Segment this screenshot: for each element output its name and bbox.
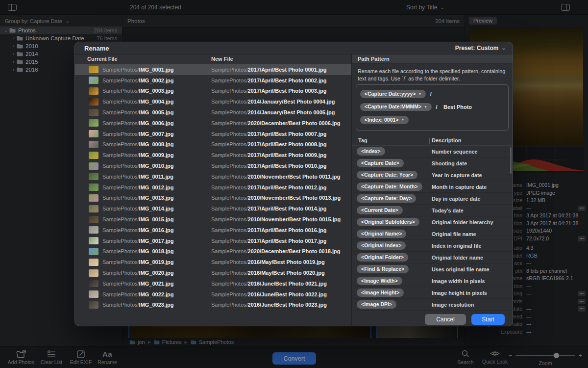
file-row[interactable]: SamplePhotos/IMG_0008.jpg SamplePhotos/2… [75,139,351,150]
tag-pill[interactable]: <Capture Date> [357,159,404,167]
new-path-prefix: SamplePhotos/ [211,248,248,254]
tag-row[interactable]: <Index> Number sequence [352,146,513,158]
new-file-path: 2016/June/Best Photo 0023.jpg [248,302,327,308]
file-row[interactable]: SamplePhotos/IMG_0001.jpg SamplePhotos/2… [75,64,351,75]
chevron-down-icon: ⌄ [501,46,507,51]
tag-pill[interactable]: <Image Height> [357,289,404,297]
tag-pill[interactable]: <Original Folder> [357,253,408,262]
preset-label: Preset: Custom [455,45,499,52]
current-path-prefix: SamplePhotos/ [102,99,139,105]
tag-row[interactable]: <Find & Replace> Uses original file name [352,263,513,275]
current-file-name: IMG_0018.jpg [139,248,174,254]
new-path-prefix: SamplePhotos/ [211,227,248,233]
new-path-prefix: SamplePhotos/ [211,291,248,297]
tag-pill[interactable]: <Capture Date: Month> [357,183,422,191]
file-row[interactable]: SamplePhotos/IMG_0003.jpg SamplePhotos/2… [75,86,351,97]
current-path-prefix: SamplePhotos/ [102,248,139,254]
tag-pill[interactable]: <Image Width> [357,277,402,285]
current-file-name: IMG_0009.jpg [139,152,174,158]
tag-description: Shooting date [432,160,467,166]
tag-row[interactable]: <Image Height> Image height in pixels [352,287,513,299]
file-row[interactable]: SamplePhotos/IMG_0015.jpg SamplePhotos/2… [75,214,351,225]
tag-row[interactable]: <Image DPI> Image resolution [352,299,513,311]
current-file-name: IMG_0004.jpg [139,99,174,105]
tag-row[interactable]: <Current Date> Today's date [352,205,513,216]
file-row[interactable]: SamplePhotos/IMG_0006.jpg SamplePhotos/2… [75,118,351,129]
current-file-name: IMG_0011.jpg [139,174,173,180]
file-row[interactable]: SamplePhotos/IMG_0016.jpg SamplePhotos/2… [75,225,351,236]
path-pattern-editor[interactable]: <Capture Date:yyyy>▼ / <Capture Date:MMM… [356,84,509,131]
file-thumbnail [89,269,98,277]
file-row[interactable]: SamplePhotos/IMG_0021.jpg SamplePhotos/2… [75,278,351,289]
token-dropdown-icon[interactable]: ▼ [418,92,421,96]
new-path-prefix: SamplePhotos/ [211,152,248,158]
tag-pill[interactable]: <Current Date> [357,206,403,214]
tag-pill[interactable]: <Index> [357,147,385,156]
file-row[interactable]: SamplePhotos/IMG_0007.jpg SamplePhotos/2… [75,129,351,139]
tag-row[interactable]: <Capture Date: Day> Day in capture date [352,193,513,205]
current-file-name: IMG_0023.jpg [139,302,174,308]
file-row[interactable]: SamplePhotos/IMG_0019.jpg SamplePhotos/2… [75,257,351,267]
tag-pill[interactable]: <Image DPI> [357,300,396,309]
file-thumbnail [89,216,98,223]
new-path-prefix: SamplePhotos/ [211,67,248,73]
token-dropdown-icon[interactable]: ▼ [401,118,404,122]
pattern-text: / [430,91,432,97]
start-button[interactable]: Start [471,314,505,325]
new-path-prefix: SamplePhotos/ [211,174,248,180]
tag-pill[interactable]: <Capture Date: Year> [357,171,417,179]
token-dropdown-icon[interactable]: ▼ [424,105,427,109]
tag-row[interactable]: <Original Folder> Original folder name [352,252,513,263]
file-row[interactable]: SamplePhotos/IMG_0011.jpg SamplePhotos/2… [75,171,351,182]
file-row[interactable]: SamplePhotos/IMG_0022.jpg SamplePhotos/2… [75,289,351,300]
tag-row[interactable]: <Original Name> Original file name [352,228,513,240]
file-row[interactable]: SamplePhotos/IMG_0018.jpg SamplePhotos/2… [75,246,351,257]
preset-dropdown[interactable]: Preset: Custom ⌄ [455,45,506,52]
new-path-prefix: SamplePhotos/ [211,206,248,211]
file-row[interactable]: SamplePhotos/IMG_0009.jpg SamplePhotos/2… [75,150,351,160]
new-file-path: 2017/April/Best Photo 0002.jpg [248,78,327,83]
tag-row[interactable]: <Image Width> Image width in pixels [352,275,513,287]
tag-pill[interactable]: <Find & Replace> [357,265,409,273]
tag-description: Original file name [432,231,476,237]
new-path-prefix: SamplePhotos/ [211,259,248,265]
file-thumbnail [89,141,98,148]
file-row[interactable]: SamplePhotos/IMG_0004.jpg SamplePhotos/2… [75,96,351,107]
pattern-token-pill[interactable]: <Capture Date:MMMM>▼ [360,103,432,111]
tag-row[interactable]: <Capture Date: Year> Year in capture dat… [352,169,513,181]
tag-row[interactable]: <Capture Date> Shooting date [352,158,513,169]
tag-row[interactable]: <Original Index> Index in original file [352,240,513,252]
new-path-prefix: SamplePhotos/ [211,238,248,244]
new-file-path: 2016/June/Best Photo 0021.jpg [248,281,327,287]
scrollbar[interactable] [510,147,512,174]
file-row[interactable]: SamplePhotos/IMG_0020.jpg SamplePhotos/2… [75,267,351,278]
file-thumbnail [89,205,98,212]
current-path-prefix: SamplePhotos/ [102,120,139,126]
file-row[interactable]: SamplePhotos/IMG_0010.jpg SamplePhotos/2… [75,160,351,171]
tag-pill[interactable]: <Original Subfolders> [357,218,419,226]
file-row[interactable]: SamplePhotos/IMG_0002.jpg SamplePhotos/2… [75,75,351,86]
file-row[interactable]: SamplePhotos/IMG_0005.jpg SamplePhotos/2… [75,107,351,118]
file-row[interactable]: SamplePhotos/IMG_0013.jpg SamplePhotos/2… [75,193,351,204]
tag-description: Image height in pixels [432,290,487,296]
tag-pill[interactable]: <Original Index> [357,241,406,250]
tag-row[interactable]: <Original Subfolders> Original folder hi… [352,216,513,228]
tag-pill[interactable]: <Original Name> [357,230,406,238]
tag-description: Image resolution [432,302,474,308]
new-path-prefix: SamplePhotos/ [211,120,248,126]
tag-row[interactable]: <Capture Date: Month> Month in capture d… [352,181,513,193]
current-file-name: IMG_0003.jpg [139,88,174,94]
current-path-prefix: SamplePhotos/ [102,88,139,94]
file-row[interactable]: SamplePhotos/IMG_0023.jpg SamplePhotos/2… [75,300,351,311]
pattern-token-pill[interactable]: <Capture Date:yyyy>▼ [360,90,426,98]
pattern-token-pill[interactable]: <Index: 0001>▼ [360,116,409,124]
file-row[interactable]: SamplePhotos/IMG_0017.jpg SamplePhotos/2… [75,236,351,246]
current-file-name: IMG_0012.jpg [139,184,174,190]
current-file-name: IMG_0006.jpg [139,120,174,126]
file-row[interactable]: SamplePhotos/IMG_0012.jpg SamplePhotos/2… [75,182,351,193]
tag-pill[interactable]: <Capture Date: Day> [357,194,416,203]
new-path-prefix: SamplePhotos/ [211,195,248,201]
cancel-button[interactable]: Cancel [425,314,466,325]
file-row[interactable]: SamplePhotos/IMG_0014.jpg SamplePhotos/2… [75,203,351,214]
file-thumbnail [89,280,98,287]
